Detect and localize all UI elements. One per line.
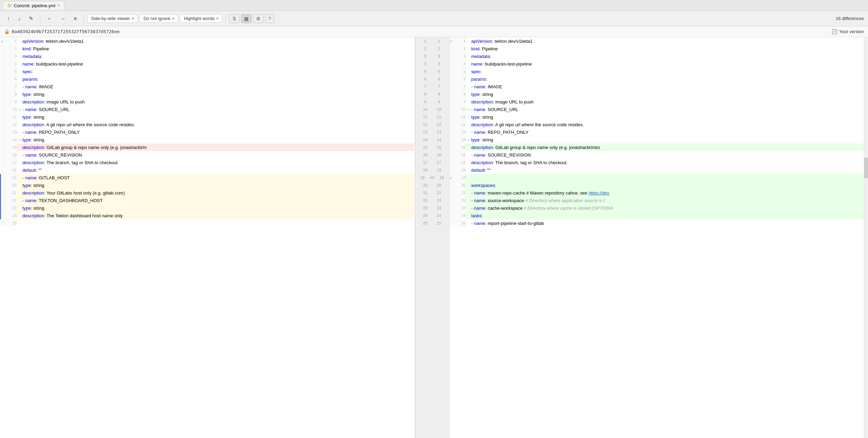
left-row-code: apiVersion: tekton.dev/v1beta1 — [22, 37, 414, 45]
right-diff-row: 9 description: image URL to push — [450, 98, 864, 106]
left-row-marker: ◇ — [17, 106, 22, 113]
scrollbar-thumb[interactable] — [864, 158, 868, 178]
center-gutter-row: 16 16 — [415, 151, 449, 159]
scroll-up-button[interactable]: ↑ — [4, 14, 13, 23]
right-diff-row: 12 description: A git repo url where the… — [450, 121, 864, 128]
left-row-code: params: — [22, 75, 414, 83]
your-version-checkbox[interactable]: ✓ — [832, 29, 837, 34]
right-diff-row: 7 - name: IMAGE — [450, 83, 864, 90]
left-row-linenum: 20 — [4, 181, 17, 189]
right-row-gutter — [450, 75, 453, 83]
right-row-gutter: ✓ — [450, 174, 453, 181]
center-left-linenum: 4 — [419, 62, 432, 66]
center-right-linenum: 16 — [433, 153, 446, 157]
center-gutter-row: 8 8 — [415, 90, 449, 98]
commit-hash: 0a403924b9b7f25371f255327f5673037d5726ee — [12, 29, 120, 34]
left-diff-row: 13 - name: REPO_PATH_ONLY — [1, 128, 414, 136]
left-row-marker — [17, 128, 22, 136]
right-diff-row: 24 tasks: — [450, 212, 864, 219]
left-diff-row: 17 description: The branch, tag or SHA t… — [1, 159, 414, 166]
left-row-marker — [17, 143, 22, 151]
forward-button[interactable]: → — [57, 14, 69, 23]
right-row-code: metadata: — [471, 52, 864, 60]
toolbar: ↑ ↓ ✎ ← → ≡ Side-by-side viewer ▾ Do not… — [0, 11, 868, 26]
right-row-linenum: 23 — [453, 204, 466, 212]
center-left-linenum: 21 — [419, 191, 432, 195]
center-gutter-row: 6 6 — [415, 75, 449, 83]
left-row-code: kind: Pipeline — [22, 45, 414, 52]
tab-file-icon: ⚙ — [7, 3, 12, 8]
columns-icon-button[interactable]: ▦ — [241, 14, 252, 23]
right-diff-row: ✓ 1 apiVersion: tekton.dev/v1beta1 — [450, 37, 864, 45]
left-row-linenum: 25 — [4, 219, 17, 227]
center-gutter-row: 24 24 — [415, 212, 449, 219]
left-row-code: type: string — [22, 113, 414, 121]
center-left-linenum: 19 — [416, 176, 429, 180]
center-gutter-row: 5 5 — [415, 68, 449, 75]
center-gutter-row: 3 3 — [415, 52, 449, 60]
right-diff-row: 13 - name: REPO_PATH_ONLY — [450, 128, 864, 136]
center-left-linenum: 8 — [419, 92, 432, 96]
right-diff-row: 8 type: string — [450, 90, 864, 98]
list-button[interactable]: ≡ — [71, 14, 80, 23]
center-right-linenum: 6 — [433, 77, 446, 81]
center-right-linenum: 24 — [433, 213, 446, 218]
edit-button[interactable]: ✎ — [26, 14, 37, 23]
right-row-linenum: 17 — [453, 159, 466, 166]
right-row-code: - name: report-pipeline-start-to-gitlab — [471, 219, 864, 227]
right-diff-row: 2 kind: Pipeline — [450, 45, 864, 52]
settings-icon-button[interactable]: ⚙ — [253, 14, 264, 23]
center-gutter-row: 11 11 — [415, 113, 449, 121]
right-row-marker — [466, 151, 471, 159]
right-row-code: description: GitLab group & repo name on… — [471, 143, 864, 151]
left-row-gutter — [1, 121, 4, 128]
right-row-gutter — [450, 159, 453, 166]
right-row-gutter: ✓ — [450, 37, 453, 45]
right-diff-panel[interactable]: ✓ 1 apiVersion: tekton.dev/v1beta1 2 kin… — [450, 37, 864, 438]
right-row-gutter — [450, 166, 453, 174]
tab-close-button[interactable]: × — [58, 3, 60, 8]
left-row-linenum: 16 — [4, 151, 17, 159]
help-icon-button[interactable]: ? — [265, 14, 274, 23]
left-row-code: description: The branch, tag or SHA to c… — [22, 159, 414, 166]
left-row-linenum: 19 — [4, 174, 17, 181]
ignore-dropdown[interactable]: Do not ignore ▾ — [140, 14, 178, 23]
scroll-down-button[interactable]: ↓ — [15, 14, 24, 23]
tab-pipeline-yml[interactable]: ⚙ Commit: pipeline.yml × — [3, 1, 64, 10]
separator-1 — [40, 14, 40, 23]
viewer-dropdown[interactable]: Side-by-side viewer ▾ — [87, 14, 138, 23]
right-row-code — [471, 174, 864, 181]
left-row-code: - name: SOURCE_URL — [22, 106, 414, 113]
center-right-linenum: 10 — [433, 107, 446, 111]
left-row-gutter — [1, 189, 4, 197]
center-left-linenum: 12 — [419, 122, 432, 127]
right-diff-row: 20 workspaces: — [450, 181, 864, 189]
back-button[interactable]: ← — [44, 14, 55, 23]
right-row-linenum: 22 — [453, 197, 466, 204]
left-row-gutter: ✓ — [1, 37, 4, 45]
center-left-linenum: 2 — [419, 47, 432, 51]
scrollbar-track[interactable] — [864, 37, 868, 438]
left-row-marker — [17, 159, 22, 166]
left-row-code: description: A git repo url where the so… — [22, 121, 414, 128]
right-row-code: tasks: — [471, 212, 864, 219]
center-left-linenum: 18 — [419, 168, 432, 172]
right-row-code: - name: SOURCE_REVISION — [471, 151, 864, 159]
right-row-marker — [466, 83, 471, 90]
right-row-code: spec: — [471, 68, 864, 75]
highlight-dropdown[interactable]: Highlight words ▾ — [180, 14, 222, 23]
right-row-code: description: The branch, tag or SHA to c… — [471, 159, 864, 166]
right-row-marker: ◇ — [466, 136, 471, 143]
right-row-marker — [466, 60, 471, 68]
right-row-gutter — [450, 60, 453, 68]
left-diff-panel[interactable]: ✓ 1 apiVersion: tekton.dev/v1beta1 2 kin… — [0, 37, 415, 438]
right-row-gutter — [450, 204, 453, 212]
center-right-linenum: 4 — [433, 62, 446, 66]
center-right-linenum: 25 — [433, 221, 446, 225]
center-right-linenum: 11 — [433, 115, 446, 119]
left-row-gutter — [1, 204, 4, 212]
right-row-linenum: 21 — [453, 189, 466, 197]
center-gutter-row: 1 1 — [415, 37, 449, 45]
center-left-linenum: 5 — [419, 69, 432, 73]
sync-icon-button[interactable]: ⇅ — [229, 14, 240, 23]
